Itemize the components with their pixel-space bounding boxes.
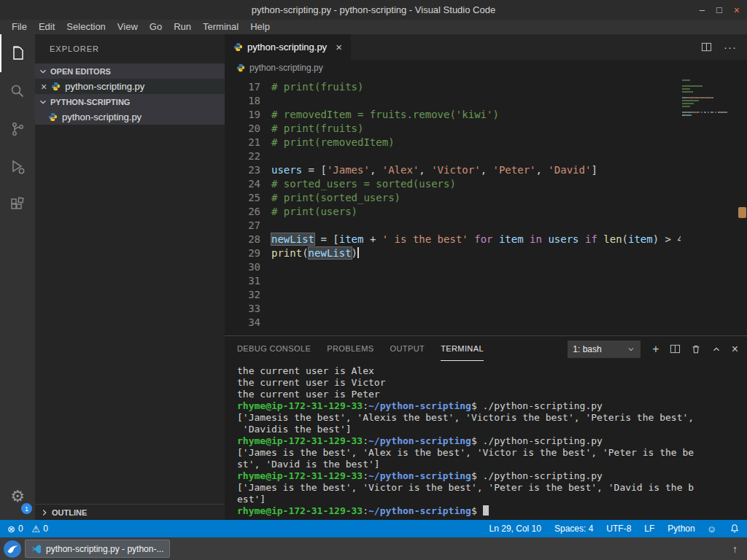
code-line-23[interactable]: 23users = ['James', 'Alex', 'Victor', 'P… — [225, 163, 681, 177]
activitybar-explorer[interactable] — [0, 34, 35, 72]
terminal-picker[interactable]: 1: bash — [568, 341, 640, 358]
os-taskbar: python-scripting.py - python-... ↑ — [0, 537, 747, 560]
code-line-24[interactable]: 24# sorted_users = sorted(users) — [225, 177, 681, 191]
terminal-line: st', 'David is the best'] — [237, 459, 747, 470]
language-mode[interactable]: Python — [667, 524, 694, 534]
overview-ruler[interactable] — [738, 76, 747, 335]
code-line-31[interactable]: 31 — [225, 274, 681, 288]
tab-close-icon[interactable]: × — [336, 41, 342, 53]
split-editor-icon[interactable] — [701, 42, 712, 52]
section-folder[interactable]: PYTHON-SCRIPTING — [35, 94, 225, 109]
code-line-33[interactable]: 33 — [225, 302, 681, 316]
more-actions-icon[interactable]: ··· — [724, 41, 737, 53]
line-number[interactable]: 32 — [225, 288, 260, 302]
minimap[interactable] — [682, 79, 738, 132]
code-line-28[interactable]: 28newList = [item + ' is the best' for i… — [225, 233, 681, 246]
section-open-editors[interactable]: OPEN EDITORS — [35, 63, 225, 79]
line-number[interactable]: 18 — [225, 94, 260, 108]
line-number[interactable]: 20 — [225, 122, 260, 136]
panel-tab-problems[interactable]: PROBLEMS — [327, 336, 374, 361]
line-number[interactable]: 34 — [225, 316, 260, 330]
menu-item-go[interactable]: Go — [144, 20, 168, 34]
new-terminal-icon[interactable]: + — [652, 343, 659, 355]
cursor-position[interactable]: Ln 29, Col 10 — [489, 524, 541, 534]
code-line-18[interactable]: 18 — [225, 94, 681, 108]
breadcrumb-item[interactable]: python-scripting.py — [249, 63, 323, 73]
python-icon — [233, 42, 243, 52]
code-line-22[interactable]: 22 — [225, 149, 681, 163]
line-number[interactable]: 21 — [225, 136, 260, 149]
menu-item-edit[interactable]: Edit — [33, 20, 61, 34]
chevron-down-icon — [627, 345, 635, 354]
code-line-32[interactable]: 32 — [225, 288, 681, 302]
code-line-25[interactable]: 25# print(sorted_users) — [225, 191, 681, 205]
code-line-19[interactable]: 19# removedItem = fruits.remove('kiwi') — [225, 108, 681, 122]
close-icon[interactable]: × — [41, 82, 47, 92]
code-line-30[interactable]: 30 — [225, 260, 681, 274]
menu-item-terminal[interactable]: Terminal — [197, 20, 244, 34]
file-name: python-scripting.py — [62, 112, 142, 122]
line-number[interactable]: 25 — [225, 191, 260, 205]
tray-up-arrow-icon[interactable]: ↑ — [732, 543, 745, 555]
activitybar-debug[interactable] — [0, 148, 35, 186]
code-line-21[interactable]: 21# print(removedItem) — [225, 136, 681, 149]
menu-item-selection[interactable]: Selection — [61, 20, 111, 34]
close-panel-icon[interactable]: × — [732, 343, 738, 355]
activitybar-search[interactable] — [0, 72, 35, 110]
line-number[interactable]: 19 — [225, 108, 260, 122]
line-number[interactable]: 17 — [225, 80, 260, 94]
indentation[interactable]: Spaces: 4 — [554, 524, 593, 534]
maximize-panel-icon[interactable] — [711, 344, 721, 354]
eol[interactable]: LF — [644, 524, 654, 534]
activitybar-source-control[interactable] — [0, 110, 35, 148]
line-number[interactable]: 30 — [225, 260, 260, 274]
code-line-27[interactable]: 27 — [225, 219, 681, 233]
taskbar-window-button[interactable]: python-scripting.py - python-... — [25, 540, 170, 558]
code-line-26[interactable]: 26# print(users) — [225, 205, 681, 219]
encoding[interactable]: UTF-8 — [606, 524, 631, 534]
code-line-29[interactable]: 29print(newList) — [225, 246, 681, 260]
breadcrumb[interactable]: python-scripting.py — [225, 60, 747, 76]
line-number[interactable]: 24 — [225, 177, 260, 191]
panel-tab-debug-console[interactable]: DEBUG CONSOLE — [237, 336, 311, 361]
code-editor[interactable]: 17# print(fruits)1819# removedItem = fru… — [225, 76, 747, 335]
line-number[interactable]: 26 — [225, 205, 260, 219]
code-line-17[interactable]: 17# print(fruits) — [225, 80, 681, 94]
line-number[interactable]: 22 — [225, 149, 260, 163]
split-terminal-icon[interactable] — [670, 343, 681, 354]
tab-python-scripting[interactable]: python-scripting.py × — [225, 34, 352, 60]
panel-tab-terminal[interactable]: TERMINAL — [441, 336, 484, 361]
activitybar-extensions[interactable] — [0, 186, 35, 224]
line-number[interactable]: 28 — [225, 233, 260, 246]
code-line-20[interactable]: 20# print(fruits) — [225, 122, 681, 136]
file-name: python-scripting.py — [65, 81, 144, 92]
panel-tab-output[interactable]: OUTPUT — [390, 336, 425, 361]
kill-terminal-icon[interactable] — [691, 344, 701, 354]
section-outline[interactable]: OUTLINE — [35, 504, 225, 520]
line-number[interactable]: 29 — [225, 246, 260, 260]
line-number[interactable]: 31 — [225, 274, 260, 288]
tree-item-file[interactable]: python-scripting.py — [35, 109, 225, 125]
terminal-content[interactable]: the current user is Alexthe current user… — [225, 365, 747, 521]
status-bar: ⊗ 0 ⚠ 0 Ln 29, Col 10Spaces: 4UTF-8LFPyt… — [0, 520, 747, 537]
statusbar-left: ⊗ 0 ⚠ 0 — [7, 524, 48, 534]
maximize-button[interactable]: □ — [716, 4, 722, 15]
manage-button[interactable]: ⚙ 1 — [0, 479, 35, 514]
bell-icon[interactable] — [729, 524, 740, 534]
minimize-button[interactable]: – — [700, 4, 705, 15]
feedback-smiley-icon[interactable]: ☺ — [707, 524, 716, 534]
code-text: # print(fruits) — [271, 122, 363, 136]
menu-item-view[interactable]: View — [112, 20, 144, 34]
error-count[interactable]: ⊗ 0 — [7, 524, 23, 534]
menu-item-file[interactable]: File — [6, 20, 33, 34]
line-number[interactable]: 23 — [225, 163, 260, 177]
open-editor-item[interactable]: × python-scripting.py — [35, 79, 225, 94]
line-number[interactable]: 27 — [225, 219, 260, 233]
menu-item-run[interactable]: Run — [168, 20, 197, 34]
line-number[interactable]: 33 — [225, 302, 260, 316]
close-button[interactable]: × — [734, 4, 740, 16]
warning-count[interactable]: ⚠ 0 — [32, 524, 48, 534]
app-menu-button[interactable] — [2, 539, 22, 559]
menu-item-help[interactable]: Help — [244, 20, 276, 34]
code-line-34[interactable]: 34 — [225, 316, 681, 330]
